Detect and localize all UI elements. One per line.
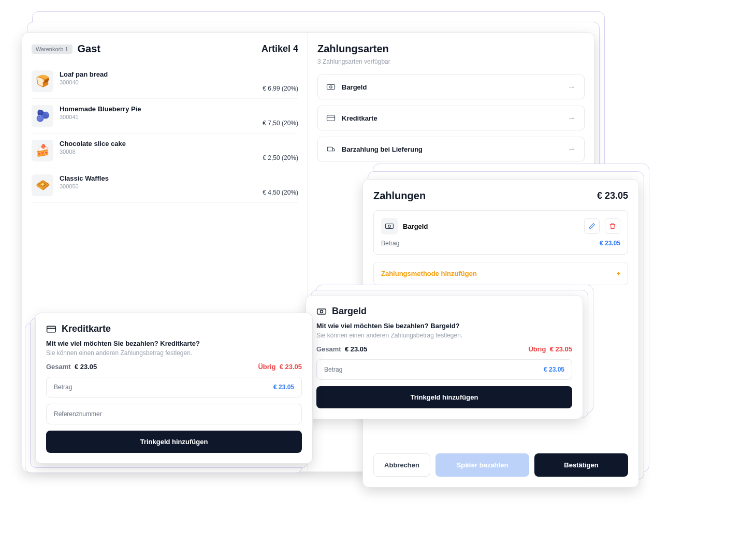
article-count: Artikel 4 <box>261 43 298 54</box>
method-label: Kreditkarte <box>342 114 561 122</box>
method-label: Bargeld <box>342 83 561 91</box>
svg-rect-13 <box>317 309 326 314</box>
creditcard-payment-dialog: Kreditkarte Mit wie viel möchten Sie bez… <box>35 313 313 464</box>
remaining-value: € 23.05 <box>550 345 572 353</box>
dialog-sub: Sie können einen anderen Zahlungsbetrag … <box>46 349 302 357</box>
cash-payment-dialog: Bargeld Mit wie viel möchten Sie bezahle… <box>306 295 583 419</box>
add-payment-label: Zahlungsmethode hinzufügen <box>381 270 477 277</box>
cash-icon <box>316 306 327 317</box>
svg-rect-15 <box>47 326 56 332</box>
edit-payment-button[interactable] <box>584 218 600 234</box>
cart-item[interactable]: 🧇 Classic Waffles300050 € 4,50 (20%) <box>32 168 298 203</box>
svg-rect-11 <box>386 224 394 229</box>
item-name: Chocolate slice cake <box>60 140 256 148</box>
svg-rect-10 <box>327 147 332 151</box>
total-value: € 23.05 <box>345 345 367 353</box>
remaining-label: Übrig <box>258 363 275 371</box>
item-sku: 300041 <box>60 114 256 120</box>
total-value: € 23.05 <box>75 363 97 371</box>
delivery-icon <box>326 144 336 154</box>
total-label: Gesamt <box>316 345 341 353</box>
svg-rect-8 <box>327 115 335 121</box>
dialog-question: Mit wie viel möchten Sie bezahlen? Kredi… <box>46 340 302 347</box>
item-name: Classic Waffles <box>60 174 256 182</box>
item-price: € 2,50 (20%) <box>263 154 298 161</box>
payments-total: € 23.05 <box>597 190 628 201</box>
svg-point-12 <box>388 225 391 228</box>
item-thumb: 🍰 <box>32 140 53 161</box>
total-label: Gesamt <box>46 363 71 371</box>
reference-input[interactable]: Referenznummer <box>46 404 302 424</box>
amount-label: Betrag <box>381 240 399 247</box>
remaining-label: Übrig <box>528 345 546 353</box>
amount-value: € 23.05 <box>544 366 564 373</box>
item-name: Homemade Blueberry Pie <box>60 105 256 113</box>
amount-value: € 23.05 <box>273 384 294 391</box>
amount-input[interactable]: Betrag € 23.05 <box>316 359 572 380</box>
chevron-right-icon: → <box>568 144 576 154</box>
confirm-button[interactable]: Bestätigen <box>534 453 628 477</box>
item-sku: 300040 <box>60 79 256 85</box>
item-price: € 4,50 (20%) <box>263 189 298 196</box>
dialog-title: Kreditkarte <box>62 323 111 334</box>
svg-point-7 <box>330 86 332 89</box>
payment-method-cash[interactable]: Bargeld → <box>317 75 585 99</box>
payment-entry: Bargeld Betrag€ 23.05 <box>373 210 628 255</box>
card-icon <box>326 113 336 123</box>
card-icon <box>46 324 56 334</box>
cart-item[interactable]: 🫐 Homemade Blueberry Pie300041 € 7,50 (2… <box>32 99 298 134</box>
dialog-question: Mit wie viel möchten Sie bezahlen? Barge… <box>316 322 572 330</box>
cash-icon <box>381 218 398 234</box>
amount-value: € 23.05 <box>600 240 620 247</box>
item-thumb: 🍞 <box>32 70 53 92</box>
dialog-title: Bargeld <box>332 306 367 317</box>
item-thumb: 🧇 <box>32 174 53 196</box>
add-tip-button[interactable]: Trinkgeld hinzufügen <box>46 431 302 453</box>
pay-later-button[interactable]: Später bezahlen <box>435 453 529 477</box>
dialog-sub: Sie können einen anderen Zahlungsbetrag … <box>316 332 572 339</box>
amount-label: Betrag <box>324 366 342 373</box>
cancel-button[interactable]: Abbrechen <box>373 453 430 477</box>
payment-method-name: Bargeld <box>403 223 579 230</box>
cart-item[interactable]: 🍰 Chocolate slice cake30008 € 2,50 (20%) <box>32 134 298 168</box>
methods-sub: 3 Zahlungsarten verfügbar <box>317 58 585 65</box>
methods-title: Zahlungsarten <box>317 43 585 55</box>
cart-badge: Warenkorb 1 <box>32 45 72 54</box>
svg-point-14 <box>321 310 323 313</box>
cash-icon <box>326 82 336 92</box>
payment-method-cod[interactable]: Barzahlung bei Lieferung → <box>317 137 585 161</box>
chevron-right-icon: → <box>568 82 576 92</box>
payments-title: Zahlungen <box>373 190 426 202</box>
payment-method-creditcard[interactable]: Kreditkarte → <box>317 106 585 130</box>
reference-label: Referenznummer <box>54 410 102 418</box>
item-sku: 300050 <box>60 183 256 189</box>
remaining-value: € 23.05 <box>280 363 302 371</box>
item-name: Loaf pan bread <box>60 70 256 78</box>
amount-label: Betrag <box>54 384 72 391</box>
add-tip-button[interactable]: Trinkgeld hinzufügen <box>316 386 572 408</box>
cart-item[interactable]: 🍞 Loaf pan bread300040 € 6,99 (20%) <box>32 64 298 99</box>
chevron-right-icon: → <box>568 113 576 123</box>
customer-name: Gast <box>78 43 256 55</box>
item-price: € 6,99 (20%) <box>263 85 298 92</box>
item-thumb: 🫐 <box>32 105 53 127</box>
item-price: € 7,50 (20%) <box>263 120 298 127</box>
plus-icon: + <box>616 270 620 277</box>
svg-rect-6 <box>327 85 335 90</box>
item-sku: 30008 <box>60 149 256 155</box>
amount-input[interactable]: Betrag € 23.05 <box>46 377 302 397</box>
method-label: Barzahlung bei Lieferung <box>342 145 561 153</box>
add-payment-method-button[interactable]: Zahlungsmethode hinzufügen + <box>373 262 628 285</box>
delete-payment-button[interactable] <box>605 218 620 234</box>
